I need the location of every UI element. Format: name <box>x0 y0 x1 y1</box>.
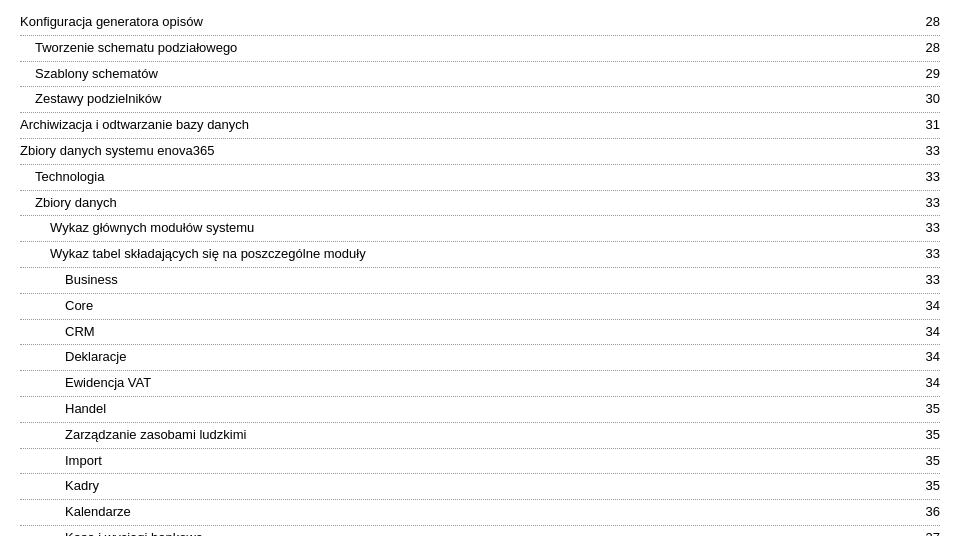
toc-page: 33 <box>910 218 940 239</box>
toc-label: Archiwizacja i odtwarzanie bazy danych <box>20 115 910 136</box>
toc-row: Zbiory danych systemu enova36533 <box>20 139 940 165</box>
toc-page: 35 <box>910 425 940 446</box>
toc-label: Konfiguracja generatora opisów <box>20 12 910 33</box>
toc-row: Konfiguracja generatora opisów28 <box>20 10 940 36</box>
toc-label: Deklaracje <box>20 347 910 368</box>
toc-page: 28 <box>910 38 940 59</box>
toc-page: 33 <box>910 270 940 291</box>
toc-label: Zbiory danych systemu enova365 <box>20 141 910 162</box>
toc-label: Kalendarze <box>20 502 910 523</box>
toc-row: Tworzenie schematu podziałowego28 <box>20 36 940 62</box>
toc-label: Technologia <box>20 167 910 188</box>
toc-label: Core <box>20 296 910 317</box>
toc-page: 35 <box>910 451 940 472</box>
toc-row: Core34 <box>20 294 940 320</box>
toc-label: Szablony schematów <box>20 64 910 85</box>
toc-row: Business33 <box>20 268 940 294</box>
toc-label: CRM <box>20 322 910 343</box>
toc-page: 28 <box>910 12 940 33</box>
toc-label: Ewidencja VAT <box>20 373 910 394</box>
toc-container: Konfiguracja generatora opisów28Tworzeni… <box>20 10 940 536</box>
toc-row: Import35 <box>20 449 940 475</box>
toc-page: 34 <box>910 373 940 394</box>
toc-label: Zestawy podzielników <box>20 89 910 110</box>
toc-page: 33 <box>910 167 940 188</box>
toc-label: Kasa i wyciągi bankowe <box>20 528 910 536</box>
toc-row: Technologia33 <box>20 165 940 191</box>
toc-label: Import <box>20 451 910 472</box>
toc-row: Kadry35 <box>20 474 940 500</box>
toc-page: 29 <box>910 64 940 85</box>
toc-row: Szablony schematów29 <box>20 62 940 88</box>
toc-row: Kasa i wyciągi bankowe37 <box>20 526 940 536</box>
toc-label: Kadry <box>20 476 910 497</box>
toc-row: Archiwizacja i odtwarzanie bazy danych31 <box>20 113 940 139</box>
toc-label: Handel <box>20 399 910 420</box>
toc-page: 33 <box>910 244 940 265</box>
toc-label: Wykaz tabel składających się na poszczeg… <box>20 244 910 265</box>
toc-page: 34 <box>910 347 940 368</box>
toc-label: Business <box>20 270 910 291</box>
toc-page: 34 <box>910 296 940 317</box>
toc-row: Zarządzanie zasobami ludzkimi35 <box>20 423 940 449</box>
toc-row: Ewidencja VAT34 <box>20 371 940 397</box>
toc-row: Deklaracje34 <box>20 345 940 371</box>
toc-row: Kalendarze36 <box>20 500 940 526</box>
toc-label: Wykaz głównych modułów systemu <box>20 218 910 239</box>
toc-page: 36 <box>910 502 940 523</box>
toc-label: Tworzenie schematu podziałowego <box>20 38 910 59</box>
toc-label: Zbiory danych <box>20 193 910 214</box>
toc-page: 31 <box>910 115 940 136</box>
toc-row: Zbiory danych33 <box>20 191 940 217</box>
toc-row: Zestawy podzielników30 <box>20 87 940 113</box>
toc-row: Handel35 <box>20 397 940 423</box>
toc-page: 33 <box>910 141 940 162</box>
toc-row: Wykaz tabel składających się na poszczeg… <box>20 242 940 268</box>
toc-page: 33 <box>910 193 940 214</box>
toc-page: 37 <box>910 528 940 536</box>
toc-page: 35 <box>910 399 940 420</box>
toc-label: Zarządzanie zasobami ludzkimi <box>20 425 910 446</box>
toc-row: CRM34 <box>20 320 940 346</box>
toc-row: Wykaz głównych modułów systemu33 <box>20 216 940 242</box>
toc-page: 35 <box>910 476 940 497</box>
toc-page: 30 <box>910 89 940 110</box>
toc-page: 34 <box>910 322 940 343</box>
